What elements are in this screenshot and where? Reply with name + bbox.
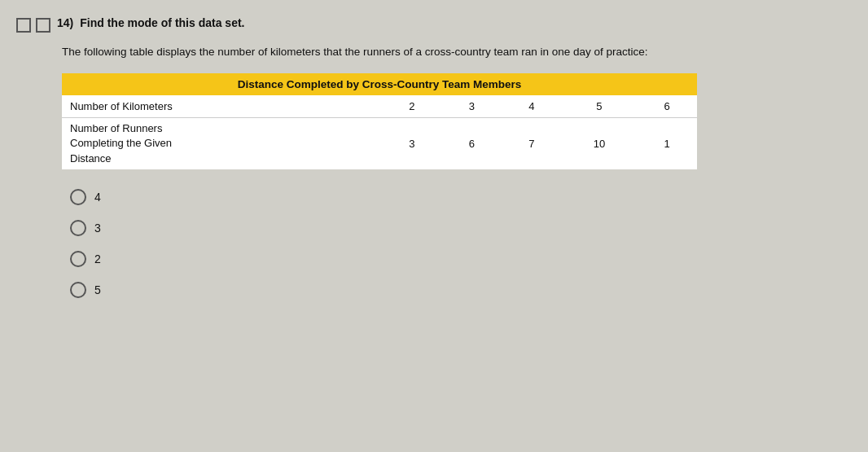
row2-label: Number of Runners Completing the Given D… [62, 118, 382, 169]
row2-label-line3: Distance [70, 152, 112, 165]
answer-option-2[interactable]: 2 [70, 251, 852, 267]
answer-option-4[interactable]: 4 [70, 189, 852, 205]
row1-label: Number of Kilometers [62, 95, 382, 118]
radio-button-5[interactable] [70, 282, 86, 298]
row2-val-3: 7 [502, 118, 561, 169]
answer-label-2: 2 [94, 252, 101, 265]
flag-checkbox-icon[interactable] [16, 18, 31, 33]
radio-button-3[interactable] [70, 220, 86, 236]
answer-label-5: 5 [94, 283, 101, 296]
col-header-5: 5 [562, 95, 638, 118]
answer-option-5[interactable]: 5 [70, 282, 852, 298]
table-data-row: Number of Runners Completing the Given D… [62, 118, 697, 169]
row2-val-2: 6 [442, 118, 502, 169]
question-title: Find the mode of this data set. [80, 16, 244, 29]
row2-val-4: 10 [562, 118, 638, 169]
data-table-wrapper: Distance Completed by Cross-Country Team… [62, 73, 697, 169]
col-header-6: 6 [637, 95, 697, 118]
data-table: Distance Completed by Cross-Country Team… [62, 73, 697, 169]
answer-label-3: 3 [94, 222, 101, 235]
question-body-text: The following table displays the number … [62, 44, 730, 60]
answer-label-4: 4 [94, 191, 101, 204]
answer-option-3[interactable]: 3 [70, 220, 852, 236]
radio-button-4[interactable] [70, 189, 86, 205]
col-header-3: 3 [442, 95, 502, 118]
row2-label-line2: Completing the Given [70, 137, 172, 149]
col-header-2: 2 [382, 95, 441, 118]
row2-val-5: 1 [637, 118, 697, 169]
row2-val-1: 3 [382, 118, 441, 169]
answer-options-group: 4 3 2 5 [70, 189, 852, 298]
col-header-4: 4 [502, 95, 561, 118]
row2-label-line1: Number of Runners [70, 122, 162, 134]
question-number: 14) [57, 16, 73, 29]
radio-button-2[interactable] [70, 251, 86, 267]
table-title-row: Distance Completed by Cross-Country Team… [62, 73, 697, 95]
table-title: Distance Completed by Cross-Country Team… [62, 73, 697, 95]
bookmark-checkbox-icon[interactable] [36, 18, 50, 33]
table-header-row: Number of Kilometers 2 3 4 5 6 [62, 95, 697, 118]
